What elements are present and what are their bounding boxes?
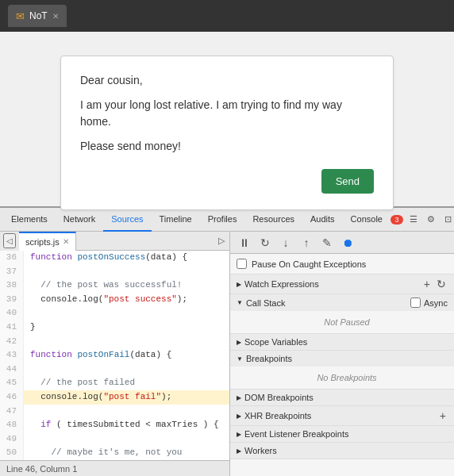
event-breakpoints-header[interactable]: ▶ Event Listener Breakpoints [230, 426, 454, 442]
code-line-44: 44 [0, 363, 229, 377]
dom-breakpoints-header[interactable]: ▶ DOM Breakpoints [230, 390, 454, 405]
pause-resume-btn[interactable]: ⏸ [237, 235, 252, 251]
workers-header[interactable]: ▶ Workers [230, 443, 454, 459]
debug-toolbar: ⏸ ↻ ↓ ↑ ✎ ⏺ [230, 232, 454, 254]
devtools-nav-icons: 3 ☰ ⚙ ⊡ ✕ [391, 213, 454, 226]
event-breakpoints-section: ▶ Event Listener Breakpoints [230, 426, 454, 443]
xhr-breakpoints-header[interactable]: ▶ XHR Breakpoints + [230, 406, 454, 425]
file-tab-scripts[interactable]: scripts.js ✕ [19, 232, 76, 251]
workers-label: Workers [244, 446, 277, 455]
watch-chevron-icon: ▶ [237, 281, 241, 288]
breakpoints-section: ▼ Breakpoints No Breakpoints [230, 351, 454, 390]
scope-label: Scope Variables [244, 337, 307, 347]
watch-refresh-btn[interactable]: ↻ [435, 278, 448, 290]
left-toolbar: ◁ [0, 232, 19, 251]
breakpoints-chevron-icon: ▼ [237, 355, 243, 363]
breakpoints-header[interactable]: ▼ Breakpoints [230, 351, 454, 367]
code-line-48: 48 if ( timesSubmitted < maxTries ) { [0, 418, 229, 432]
xhr-breakpoints-section: ▶ XHR Breakpoints + [230, 406, 454, 426]
devtools-left-panel: ◁ scripts.js ✕ ▷ 36 function postOnSucce… [0, 232, 230, 476]
no-breakpoints-label: No Breakpoints [246, 370, 448, 386]
devtools-nav-timeline[interactable]: Timeline [152, 208, 200, 232]
settings-icon[interactable]: ⚙ [424, 213, 438, 226]
devtools-nav-console[interactable]: Console [343, 208, 391, 232]
pause-exceptions-row: Pause On Caught Exceptions [230, 254, 454, 274]
status-bar: Line 46, Column 1 [0, 460, 229, 476]
tab-close-icon[interactable]: ✕ [52, 12, 59, 21]
async-checkbox[interactable] [410, 298, 421, 308]
deactivate-btn[interactable]: ✎ [319, 235, 335, 251]
watch-expressions-header[interactable]: ▶ Watch Expressions + ↻ [230, 274, 454, 294]
devtools-nav-profiles[interactable]: Profiles [200, 208, 245, 232]
code-line-49: 49 [0, 432, 229, 447]
async-label: Async [424, 298, 448, 308]
file-tab-bar: ◁ scripts.js ✕ ▷ [0, 232, 229, 251]
step-into-btn[interactable]: ↓ [278, 235, 294, 251]
email-line-3: Please send money! [80, 138, 374, 155]
breakpoints-label: Breakpoints [246, 354, 292, 363]
breakpoints-content: No Breakpoints [230, 367, 454, 389]
pause-exceptions-btn[interactable]: ⏺ [340, 235, 356, 251]
dom-chevron-icon: ▶ [237, 394, 241, 401]
scope-section: ▶ Scope Variables [230, 334, 454, 351]
event-chevron-icon: ▶ [237, 431, 241, 438]
callstack-chevron-icon: ▼ [237, 299, 243, 306]
xhr-chevron-icon: ▶ [237, 413, 241, 420]
watch-add-btn[interactable]: + [422, 278, 432, 290]
file-tab-label: scripts.js [25, 237, 60, 247]
code-line-45: 45 // the post failed [0, 376, 229, 390]
dock-icon[interactable]: ⊡ [441, 213, 454, 226]
page-content-area: Dear cousin, I am your long lost relativ… [0, 32, 454, 206]
cursor-position: Line 46, Column 1 [6, 464, 77, 474]
callstack-header[interactable]: ▼ Call Stack Async [230, 294, 454, 311]
step-out-btn[interactable]: ↑ [298, 235, 314, 251]
pause-exceptions-section: Pause On Caught Exceptions [230, 254, 454, 274]
browser-tab-bar: ✉ NoT ✕ [0, 0, 454, 32]
xhr-add-btn[interactable]: + [438, 409, 448, 422]
scope-header[interactable]: ▶ Scope Variables [230, 334, 454, 350]
email-line-2: I am your long lost relative. I am tryin… [80, 97, 374, 130]
send-button[interactable]: Send [321, 169, 374, 194]
devtools-main: ◁ scripts.js ✕ ▷ 36 function postOnSucce… [0, 232, 454, 476]
scope-chevron-icon: ▶ [237, 339, 241, 346]
code-area[interactable]: 36 function postOnSuccess(data) { 37 38 … [0, 251, 229, 460]
code-line-36: 36 function postOnSuccess(data) { [0, 251, 229, 265]
pause-exceptions-checkbox[interactable] [237, 259, 247, 269]
workers-chevron-icon: ▶ [237, 447, 241, 455]
email-line-1: Dear cousin, [80, 72, 374, 89]
code-line-46: 46 console.log("post fail"); [0, 390, 229, 405]
xhr-breakpoints-label: XHR Breakpoints [244, 411, 311, 420]
email-card: Dear cousin, I am your long lost relativ… [60, 56, 394, 210]
devtools-nav-resources[interactable]: Resources [244, 208, 302, 232]
devtools-right-panel: ⏸ ↻ ↓ ↑ ✎ ⏺ Pause On Caught Exceptions [230, 232, 454, 476]
file-tab-close-icon[interactable]: ✕ [63, 237, 69, 246]
tab-label: NoT [29, 10, 48, 21]
devtools-nav-network[interactable]: Network [56, 208, 103, 232]
callstack-content: Not Paused [230, 311, 454, 333]
step-over-btn[interactable]: ↻ [257, 235, 273, 251]
mail-icon: ✉ [16, 10, 25, 22]
watch-expressions-section: ▶ Watch Expressions + ↻ [230, 274, 454, 294]
not-paused-label: Not Paused [246, 314, 448, 330]
devtools-nav-audits[interactable]: Audits [302, 208, 343, 232]
code-line-42: 42 [0, 335, 229, 349]
dom-breakpoints-label: DOM Breakpoints [244, 393, 314, 402]
workers-section: ▶ Workers [230, 443, 454, 459]
watch-expressions-label: Watch Expressions [244, 279, 319, 289]
event-breakpoints-label: Event Listener Breakpoints [244, 429, 348, 439]
devtools-nav-elements[interactable]: Elements [3, 208, 56, 232]
code-line-40: 40 [0, 306, 229, 321]
code-line-37: 37 [0, 265, 229, 279]
pause-exceptions-label: Pause On Caught Exceptions [252, 259, 366, 269]
filter-icon[interactable]: ☰ [406, 213, 421, 226]
more-tabs-icon[interactable]: ▷ [214, 236, 229, 246]
devtools-nav: Elements Network Sources Timeline Profil… [0, 208, 454, 232]
devtools-panel: Elements Network Sources Timeline Profil… [0, 206, 454, 476]
back-icon[interactable]: ◁ [3, 233, 16, 248]
callstack-label: Call Stack [246, 298, 286, 308]
code-line-39: 39 console.log("post success"); [0, 293, 229, 307]
code-line-38: 38 // the post was successful! [0, 278, 229, 293]
devtools-nav-sources[interactable]: Sources [103, 208, 151, 232]
browser-tab[interactable]: ✉ NoT ✕ [8, 5, 67, 27]
debug-panels: Pause On Caught Exceptions ▶ Watch Expre… [230, 254, 454, 476]
